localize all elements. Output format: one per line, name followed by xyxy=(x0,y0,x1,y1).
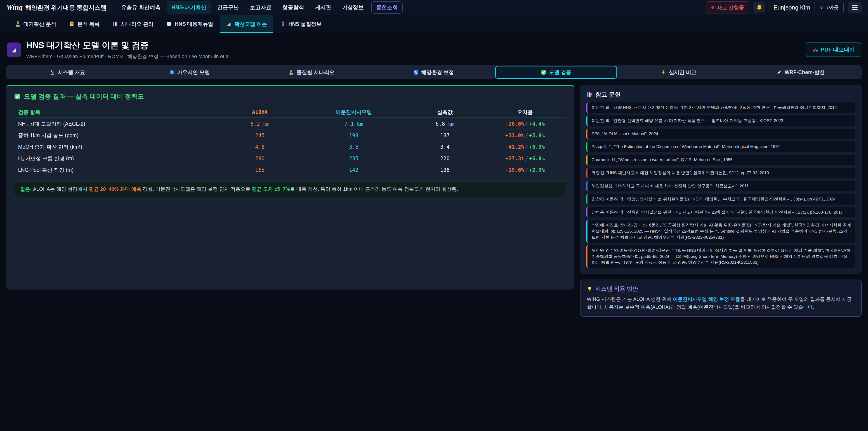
status-badge-label: 사고 진행중 xyxy=(717,4,744,11)
page-icon-box xyxy=(7,42,21,57)
reference-item: 유영현, "HNS 재난사고에 대한 해양경찰의 대응 방안", 한국위기관리논… xyxy=(586,168,855,178)
wave-icon xyxy=(413,70,418,75)
brand-logo: Wing xyxy=(6,3,23,11)
reference-item: 해양경찰청, "HNS 사고 국가 대비 대응 체제 선진화 방안 연구용역 최… xyxy=(586,181,855,191)
nav-item-hns-dispersion[interactable]: HNS·대기확산 xyxy=(167,1,211,14)
measured-value: 220 xyxy=(406,153,484,164)
section-tab-model-validation[interactable]: 모델 검증 xyxy=(495,66,617,79)
main-content: 모델 검증 결과 — 실측 데이터 대비 정확도 검증 항목 ALOHA 이문진… xyxy=(6,85,862,317)
lee-model-value: 142 xyxy=(301,164,406,176)
application-title: 시스템 적용 방안 xyxy=(595,285,638,293)
measured-value: 3.4 xyxy=(406,141,484,153)
section-tab-system-overview[interactable]: 시스템 개요 xyxy=(7,66,128,79)
bell-icon xyxy=(756,4,763,11)
clipboard-icon xyxy=(69,21,74,27)
row-item-label: 풍하 1km 지점 농도 (ppm) xyxy=(14,130,218,141)
tab-analysis-list[interactable]: 분석 목록 xyxy=(63,15,105,33)
triangle-ruler-icon xyxy=(10,46,18,54)
right-column: 참고 문헌 이문진 외, "해양 HNS 사고 시 대기확산 예측을 위한 가우… xyxy=(580,85,862,317)
nav-item-integrated-search[interactable]: 통합조회 xyxy=(371,1,403,13)
conclusion-note: 결론: ALOHA는 해양 환경에서 평균 20~40% 과대 예측 경향. 이… xyxy=(14,181,566,197)
page-header: HNS 대기확산 모델 이론 및 검증 WRF-Chem · Gaussian … xyxy=(0,33,868,64)
tab-label: 대기확산 분석 xyxy=(24,21,56,28)
status-dot-icon xyxy=(711,6,714,9)
pdf-export-label: PDF 내보내기 xyxy=(821,46,855,53)
tab-label: 시나리오 관리 xyxy=(121,21,153,28)
col-header-measured: 실측값 xyxy=(406,107,484,118)
section-tab-wrf-chem[interactable]: WRF-Chem·발전 xyxy=(740,66,861,79)
divider xyxy=(769,4,770,11)
nav-item-reports[interactable]: 보고자료 xyxy=(245,1,276,14)
validation-table: 검증 항목 ALOHA 이문진박사모델 실측값 오차율 NH₃ 최대 도달거리 … xyxy=(14,107,566,176)
nav-item-aerial-search[interactable]: 항공탐색 xyxy=(278,1,309,14)
lightbulb-icon xyxy=(587,286,593,292)
menu-button[interactable] xyxy=(848,2,862,13)
application-highlight: 이문진박사모델 해양 보정 모듈 xyxy=(673,297,740,302)
error-rate-value: +27.3%/+6.8% xyxy=(484,153,566,164)
tab-scenario-management[interactable]: 시나리오 관리 xyxy=(106,15,159,33)
measured-value: 6.8 km xyxy=(406,118,484,130)
system-application-card: 시스템 적용 방안 WING 시스템은 기본 ALOHA 엔진 위에 이문진박사… xyxy=(580,280,862,317)
validation-card: 모델 검증 결과 — 실측 데이터 대비 정확도 검증 항목 ALOHA 이문진… xyxy=(6,85,574,289)
section-tab-gaussian-model[interactable]: 가우시안 모델 xyxy=(129,66,250,79)
topbar-right: 사고 진행중 Eunjeong Kim 로그아웃 xyxy=(706,1,862,14)
check-icon xyxy=(541,70,546,75)
section-tab-label: 가우시안 모델 xyxy=(177,69,210,76)
nav-item-board[interactable]: 게시판 xyxy=(310,1,336,14)
incident-status-badge: 사고 진행중 xyxy=(706,1,749,14)
open-book-icon xyxy=(166,21,172,27)
aloha-value: 8.2 km xyxy=(218,118,301,130)
section-tab-label: 물질별 시나리오 xyxy=(297,69,334,76)
brand-name: 해양환경 위기대응 통합시스템 xyxy=(25,4,106,12)
books-icon xyxy=(586,92,593,98)
reference-item: 박경애·이진호·박재진·김태성·이문진, "인공위성 원격탐사 기반 AI 활용… xyxy=(586,220,855,243)
error-rate-value: +31.0%/+5.9% xyxy=(484,130,566,141)
logout-button[interactable]: 로그아웃 xyxy=(814,2,844,13)
measured-value: 187 xyxy=(406,130,484,141)
section-tab-label: 실시간 비교 xyxy=(669,69,696,76)
nav-item-oil-spill[interactable]: 유출유 확산예측 xyxy=(117,1,165,14)
conclusion-label: 결론: xyxy=(20,186,32,192)
section-tab-label: WRF-Chem·발전 xyxy=(784,69,825,76)
section-tab-substance-scenarios[interactable]: 물질별 시나리오 xyxy=(251,66,372,79)
section-tab-marine-correction[interactable]: 해양환경 보정 xyxy=(373,66,494,79)
divider xyxy=(111,4,111,11)
aloha-value: 245 xyxy=(218,130,301,141)
tab-hns-manual[interactable]: HNS 대응매뉴얼 xyxy=(160,15,219,33)
table-header: 검증 항목 ALOHA 이문진박사모델 실측값 오차율 xyxy=(14,107,566,118)
main-nav: 유출유 확산예측 HNS·대기확산 긴급구난 보고자료 항공탐색 게시판 기상정… xyxy=(117,1,403,14)
lee-model-value: 235 xyxy=(301,153,406,164)
tab-hns-substance-info[interactable]: HNS 물질정보 xyxy=(274,15,328,33)
reference-item: 오진덕·김주영·이득재·김용명·최훈·이문진, "다항목 HNS 데이터의 실시… xyxy=(586,245,855,268)
lee-model-value: 198 xyxy=(301,130,406,141)
user-name: Eunjeong Kim xyxy=(774,4,810,11)
tab-dispersion-analysis[interactable]: 대기확산 분석 xyxy=(9,15,62,33)
reference-item: EPA, "ALOHA User's Manual", 2024 xyxy=(586,129,855,139)
notifications-button[interactable] xyxy=(753,2,765,13)
col-header-lee-model: 이문진박사모델 xyxy=(301,107,406,118)
tab-label: 확산모델 이론 xyxy=(235,21,267,28)
reference-item: 김창겸·이문진 외, "해양산업시설 배출 위험유해물질(HNS)의 해양확산 … xyxy=(586,194,855,205)
row-item-label: LNG Pool 확산 직경 (m) xyxy=(14,164,218,176)
brand: Wing 해양환경 위기대응 통합시스템 xyxy=(6,3,106,12)
lee-model-value: 7.1 km xyxy=(301,118,406,130)
nav-item-emergency-rescue[interactable]: 긴급구난 xyxy=(213,1,243,14)
reference-item: 장하용·이문진 외, "신속한 의사결정을 위한 HNS 사고이력관리시스템 설… xyxy=(586,207,855,218)
aloha-value: 4.8 xyxy=(218,141,301,153)
books-icon xyxy=(112,21,118,27)
section-tab-label: 시스템 개요 xyxy=(58,69,85,76)
dna-icon xyxy=(280,21,286,27)
tab-model-theory[interactable]: 확산모델 이론 xyxy=(220,15,273,33)
reference-item: Pasquill, F., "The Estimation of the Dis… xyxy=(586,142,855,152)
section-tab-realtime-comparison[interactable]: 실시간 비교 xyxy=(618,66,739,79)
error-rate-value: +41.2%/+5.9% xyxy=(484,141,566,153)
pdf-export-button[interactable]: PDF 내보내기 xyxy=(806,42,861,57)
table-row: 풍하 1km 지점 농도 (ppm) 245 198 187 +31.0%/+5… xyxy=(14,130,566,141)
validation-title: 모델 검증 결과 — 실측 데이터 대비 정확도 xyxy=(24,92,144,101)
error-rate-value: +20.6%/+4.4% xyxy=(484,118,566,130)
application-text: WING 시스템은 기본 ALOHA 엔진 위에 이문진박사모델 해양 보정 모… xyxy=(587,296,855,311)
row-item-label: NH₃ 최대 도달거리 (AEGL-2) xyxy=(14,118,218,130)
col-header-item: 검증 항목 xyxy=(14,107,218,118)
nav-item-weather[interactable]: 기상정보 xyxy=(338,1,368,14)
top-bar: Wing 해양환경 위기대응 통합시스템 유출유 확산예측 HNS·대기확산 긴… xyxy=(0,0,868,15)
